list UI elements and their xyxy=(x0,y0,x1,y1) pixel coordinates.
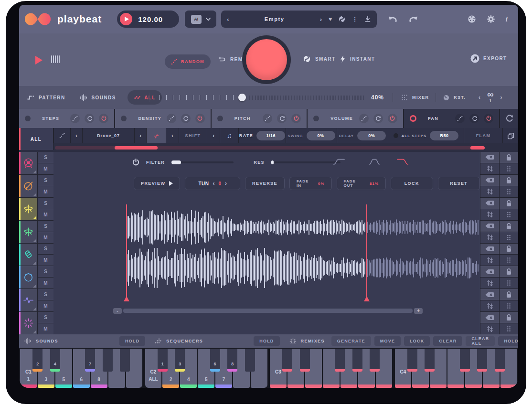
preset-prev-button[interactable]: ‹ xyxy=(227,16,229,23)
instant-toggle[interactable]: INSTANT xyxy=(340,55,375,63)
zoom-out-button[interactable]: - xyxy=(113,308,122,314)
clear-step-button-shaker[interactable] xyxy=(480,244,499,255)
tab-random-icon[interactable] xyxy=(359,114,369,123)
piano-roll-icon[interactable] xyxy=(51,55,60,64)
randomize-preset-icon[interactable] xyxy=(339,16,345,22)
solo-button-open-hihat[interactable]: S xyxy=(38,221,53,232)
reset-knob-button[interactable]: RST. xyxy=(443,95,466,101)
sample-name[interactable]: Drone_07 xyxy=(83,128,134,143)
mixer-button[interactable]: MIXER xyxy=(401,94,429,101)
track-fx[interactable] xyxy=(19,289,37,311)
step-grid-button-sparkle[interactable] xyxy=(500,323,518,334)
lock-step-button-fx[interactable] xyxy=(500,289,518,300)
save-preset-icon[interactable] xyxy=(364,16,371,22)
tune-step-button-snare[interactable] xyxy=(480,186,499,197)
tab-power-icon[interactable] xyxy=(388,114,397,123)
black-key[interactable]: 3 xyxy=(175,349,185,372)
clear-step-button-snare[interactable] xyxy=(480,175,499,186)
shift-left-button[interactable]: ‹ xyxy=(166,128,179,143)
redo-button[interactable] xyxy=(408,16,419,23)
sequencers-hold-button[interactable]: HOLD xyxy=(254,336,279,346)
tab-loop-icon[interactable] xyxy=(373,114,383,123)
tab-sounds[interactable]: SOUNDS xyxy=(80,94,116,101)
param-tab-density[interactable]: DENSITY xyxy=(115,109,210,128)
black-key[interactable] xyxy=(103,349,113,372)
lock-step-button-kick[interactable] xyxy=(500,152,518,163)
smart-toggle[interactable]: SMART xyxy=(303,55,336,63)
slider-knob[interactable] xyxy=(238,94,246,101)
track-sparkle[interactable] xyxy=(19,312,37,334)
tab-pattern[interactable]: PATTERN xyxy=(27,95,65,100)
preset-menu-kebab-icon[interactable]: ⋮ xyxy=(352,16,358,22)
param-tab-volume[interactable]: VOLUME xyxy=(308,109,403,128)
rate-value[interactable]: 1/16 xyxy=(256,131,285,140)
track-snare[interactable] xyxy=(19,175,37,197)
param-tab-steps[interactable]: STEPS xyxy=(19,109,114,128)
transport-play-icon[interactable] xyxy=(35,56,43,64)
radio-icon[interactable] xyxy=(121,116,127,121)
selected-radio-icon[interactable] xyxy=(410,115,416,122)
remix-generate-button[interactable]: GENERATE xyxy=(331,336,371,346)
delay-value[interactable]: 0% xyxy=(357,131,386,140)
sample-prev-button[interactable]: ‹ xyxy=(71,128,82,143)
black-key[interactable]: 6 xyxy=(210,349,220,372)
black-key[interactable] xyxy=(425,349,435,372)
ai-dropdown[interactable]: AI xyxy=(185,11,216,28)
black-key[interactable]: 8 xyxy=(227,349,237,372)
solo-button-shaker[interactable]: S xyxy=(38,244,53,255)
all-steps-selector[interactable]: ALL xyxy=(19,128,53,150)
loop-length-control[interactable]: ∞ 1 xyxy=(487,92,494,103)
clear-step-button-open-hihat[interactable] xyxy=(480,221,499,232)
step-grid-button-kick[interactable] xyxy=(500,163,518,174)
tab-power-icon[interactable] xyxy=(291,114,301,123)
tune-step-button-sparkle[interactable] xyxy=(480,323,499,334)
tab-random-icon[interactable] xyxy=(263,114,272,123)
all-steps-toggle[interactable] xyxy=(394,133,398,138)
bpm-display[interactable]: 120.00 xyxy=(117,11,179,28)
pattern-progress-track[interactable] xyxy=(55,146,485,150)
chop-button[interactable]: ✂ xyxy=(147,128,166,143)
tab-random-icon[interactable] xyxy=(70,114,80,123)
radio-icon[interactable] xyxy=(217,116,223,121)
all-steps-value[interactable]: R50 xyxy=(430,131,458,140)
tab-loop-icon[interactable] xyxy=(469,114,479,123)
black-key[interactable]: 7 xyxy=(85,349,95,372)
step-grid-button-snare[interactable] xyxy=(500,186,518,197)
loop-prev-button[interactable]: ‹ xyxy=(479,94,480,101)
mute-button-snare[interactable]: M xyxy=(38,186,53,197)
track-kick[interactable] xyxy=(19,152,37,174)
mute-button-fx[interactable]: M xyxy=(38,300,53,311)
remix-move-button[interactable]: MOVE xyxy=(374,336,401,346)
scrollbar-track[interactable] xyxy=(123,309,413,313)
black-key[interactable] xyxy=(495,349,505,372)
black-key[interactable]: 1 xyxy=(158,349,168,372)
favorite-heart-icon[interactable]: ♥ xyxy=(329,16,332,22)
clear-step-button-tom[interactable] xyxy=(480,266,499,277)
lock-step-button-shaker[interactable] xyxy=(500,244,518,255)
info-icon[interactable]: i xyxy=(506,15,508,23)
black-key[interactable] xyxy=(245,349,255,372)
clear-step-button-closed-hihat[interactable] xyxy=(480,198,499,209)
step-grid-button-fx[interactable] xyxy=(500,300,518,311)
track-closed-hihat[interactable] xyxy=(19,198,37,220)
note-mode-button[interactable]: ♫ xyxy=(220,128,238,143)
param-tab-pitch[interactable]: PITCH xyxy=(212,109,307,128)
midi-settings-icon[interactable] xyxy=(468,15,476,23)
clear-step-button-sparkle[interactable] xyxy=(480,312,499,323)
clear-step-button-fx[interactable] xyxy=(480,289,499,300)
preset-next-button[interactable]: › xyxy=(320,16,322,23)
mute-button-open-hihat[interactable]: M xyxy=(38,232,53,243)
remix-lock-button[interactable]: LOCK xyxy=(404,336,430,346)
lock-step-button-snare[interactable] xyxy=(500,175,518,186)
remix-clear-all-button[interactable]: CLEAR ALL xyxy=(466,336,495,346)
bpm-value[interactable]: 120.00 xyxy=(138,15,163,23)
tune-step-button-closed-hihat[interactable] xyxy=(480,209,499,220)
settings-gear-icon[interactable] xyxy=(487,15,495,23)
step-grid-button-open-hihat[interactable] xyxy=(500,232,518,243)
step-grid-button-tom[interactable] xyxy=(500,278,518,288)
solo-button-tom[interactable]: S xyxy=(38,266,53,277)
remix-button[interactable]: REMIX xyxy=(218,56,249,63)
black-key[interactable] xyxy=(370,349,380,372)
tune-step-button-tom[interactable] xyxy=(480,278,499,288)
track-tom[interactable] xyxy=(19,266,37,288)
